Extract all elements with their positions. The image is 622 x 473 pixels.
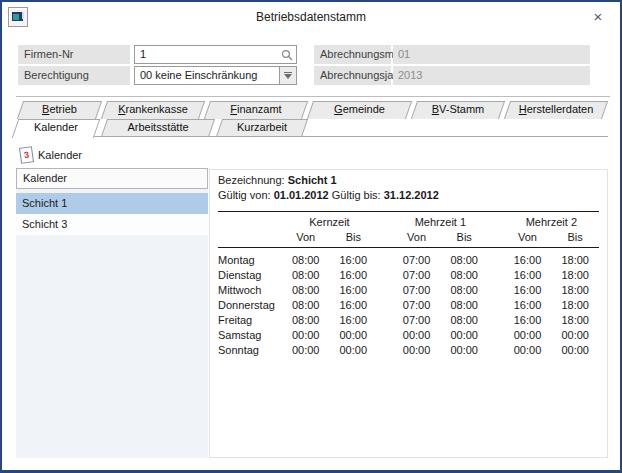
tab-kurzarbeit[interactable]: Kurzarbeit [219,119,305,137]
day-col-subheader [218,230,282,248]
close-icon[interactable]: × [589,8,607,26]
gueltig-line: Gültig von: 01.01.2012 Gültig bis: 31.12… [218,188,599,203]
group-header: Kernzeit [282,212,377,231]
calendar-icon: 3 [19,146,34,164]
abrechnungsmonat-field: 01 [393,45,590,64]
gueltig-bis-value: 31.12.2012 [384,189,439,201]
chevron-down-icon[interactable] [279,67,296,84]
day-cell: Mittwoch [218,283,282,298]
table-row: Montag08:0016:0007:0008:0016:0018:00 [218,248,599,269]
spacer [488,283,504,298]
tab-gemeinde[interactable]: Gemeinde [310,101,409,119]
time-cell: 08:00 [440,248,488,269]
spacer [488,230,504,248]
time-cell: 08:00 [282,298,330,313]
gueltig-bis-label: Gültig bis: [329,189,384,201]
table-row: Dienstag08:0016:0007:0008:0016:0018:00 [218,268,599,283]
tab-label: Kurzarbeit [219,119,305,136]
spacer [377,212,393,231]
tab-label: Finanzamt [207,101,305,118]
gueltig-von-label: Gültig von: [218,189,274,201]
abrechnungsmonat-value: 01 [398,48,410,60]
abrechnungsjahr-value: 2013 [398,69,422,81]
tab-arbeitsst-tte[interactable]: Arbeitsstätte [104,119,212,137]
form-separator [16,96,610,97]
spacer [488,343,504,358]
table-row: Mittwoch08:0016:0007:0008:0016:0018:00 [218,283,599,298]
sub-header: Bis [440,230,488,248]
table-group-header-row: KernzeitMehrzeit 1Mehrzeit 2 [218,212,599,231]
time-cell: 07:00 [393,313,441,328]
firmen-nr-value: 1 [140,48,146,60]
table-row: Samstag00:0000:0000:0000:0000:0000:00 [218,328,599,343]
time-cell: 18:00 [551,313,599,328]
abrechnungsjahr-label: Abrechnungsjahr [314,66,391,85]
time-cell: 16:00 [504,283,552,298]
time-cell: 16:00 [329,283,377,298]
tab-krankenkasse[interactable]: Krankenkasse [104,101,202,119]
firmen-nr-label: Firmen-Nr [18,45,130,64]
list-column-header: Kalender [16,168,208,189]
time-cell: 18:00 [551,268,599,283]
time-cell: 16:00 [329,313,377,328]
group-header: Mehrzeit 2 [504,212,599,231]
spacer [488,313,504,328]
list-item-schicht-3[interactable]: Schicht 3 [16,214,208,235]
sub-header: Von [504,230,552,248]
time-cell: 08:00 [440,313,488,328]
time-cell: 00:00 [440,328,488,343]
berechtigung-value: 00 keine Einschränkung [140,69,257,81]
time-cell: 16:00 [329,298,377,313]
bezeichnung-line: Bezeichnung: Schicht 1 [218,173,599,188]
abrechnungsjahr-field: 2013 [393,66,590,85]
time-cell: 08:00 [440,298,488,313]
time-cell: 00:00 [440,343,488,358]
tab-kalender[interactable]: Kalender [15,119,97,138]
group-header: Mehrzeit 1 [393,212,488,231]
table-row: Freitag08:0016:0007:0008:0016:0018:00 [218,313,599,328]
day-cell: Dienstag [218,268,282,283]
tab-label: Kalender [15,119,97,136]
berechtigung-combobox[interactable]: 00 keine Einschränkung [134,66,297,85]
window-title: Betriebsdatenstamm [2,10,620,24]
calendar-list: Schicht 1Schicht 3 [16,193,208,235]
time-cell: 00:00 [282,328,330,343]
sub-header: Von [282,230,330,248]
tab-finanzamt[interactable]: Finanzamt [207,101,305,119]
tab-betrieb[interactable]: Betrieb [20,101,99,119]
tab-label: BV-Stamm [414,101,502,118]
betriebsdatenstamm-window: Betriebsdatenstamm × Firmen-Nr 1 Berecht… [0,0,622,473]
tab-label: Arbeitsstätte [104,119,212,136]
time-cell: 00:00 [329,343,377,358]
time-cell: 00:00 [551,343,599,358]
bezeichnung-value: Schicht 1 [288,174,337,186]
firmen-nr-field[interactable]: 1 [134,45,297,64]
time-cell: 00:00 [504,328,552,343]
time-cell: 08:00 [440,283,488,298]
time-cell: 18:00 [551,283,599,298]
section-title: Kalender [38,149,82,161]
time-cell: 18:00 [551,248,599,269]
time-cell: 16:00 [504,268,552,283]
search-icon[interactable] [281,49,293,61]
day-cell: Montag [218,248,282,269]
time-cell: 16:00 [504,248,552,269]
spacer [377,343,393,358]
time-cell: 08:00 [282,248,330,269]
time-cell: 08:00 [282,313,330,328]
time-cell: 18:00 [551,298,599,313]
tab-label: Gemeinde [310,101,409,118]
time-cell: 00:00 [551,328,599,343]
time-cell: 00:00 [329,328,377,343]
time-cell: 16:00 [329,268,377,283]
list-item-schicht-1[interactable]: Schicht 1 [16,193,208,214]
time-cell: 08:00 [282,268,330,283]
time-cell: 07:00 [393,283,441,298]
calendar-detail-panel: Bezeichnung: Schicht 1 Gültig von: 01.01… [209,169,608,458]
spacer [377,328,393,343]
tab-bv-stamm[interactable]: BV-Stamm [414,101,502,119]
time-cell: 16:00 [504,313,552,328]
sub-header: Von [393,230,441,248]
time-cell: 00:00 [393,328,441,343]
tab-herstellerdaten[interactable]: Herstellerdaten [507,101,605,119]
